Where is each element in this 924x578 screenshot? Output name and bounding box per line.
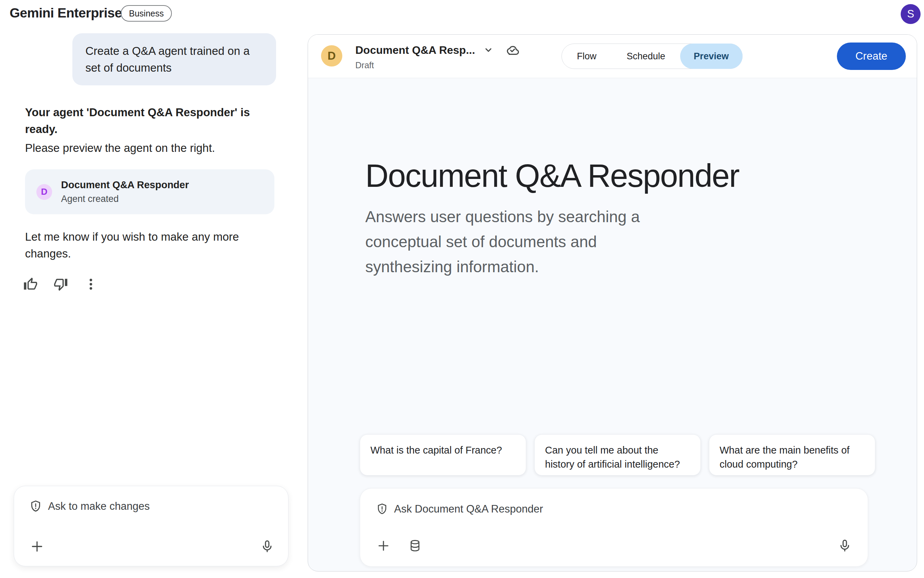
- suggestion-card-3[interactable]: What are the main benefits of cloud comp…: [709, 434, 875, 476]
- tab-flow[interactable]: Flow: [562, 44, 612, 68]
- agent-preview-title: Document Q&A Responder: [365, 157, 739, 195]
- gemini-enterprise-screen: Gemini Enterprise Business S Create a Q&…: [0, 0, 924, 578]
- chat-input-actions: [29, 539, 274, 554]
- agent-avatar: D: [36, 184, 52, 200]
- add-attachment-icon[interactable]: [29, 539, 45, 554]
- user-avatar[interactable]: S: [901, 4, 921, 24]
- assistant-closing-message: Let me know if you wish to make any more…: [25, 228, 239, 262]
- assistant-message-body: Please preview the agent on the right.: [25, 140, 275, 156]
- suggestion-cards: What is the capital of France? Can you t…: [360, 434, 875, 476]
- agent-input-placeholder-row: Ask Document Q&A Responder: [376, 503, 852, 515]
- shield-icon: [376, 503, 388, 515]
- view-tabs: Flow Schedule Preview: [561, 44, 743, 69]
- suggestion-card-2[interactable]: Can you tell me about the history of art…: [534, 434, 701, 476]
- chat-input-placeholder-row: Ask to make changes: [29, 500, 273, 513]
- shield-icon: [29, 500, 42, 513]
- thumb-up-icon[interactable]: [23, 277, 38, 291]
- suggestion-card-1[interactable]: What is the capital of France?: [360, 434, 526, 476]
- create-button[interactable]: Create: [837, 42, 906, 70]
- chat-input-placeholder: Ask to make changes: [48, 500, 150, 513]
- agent-card-text: Document Q&A Responder Agent created: [61, 179, 189, 204]
- agent-input-placeholder: Ask Document Q&A Responder: [394, 503, 543, 515]
- app-title: Gemini Enterprise: [10, 5, 122, 21]
- assistant-message-headline: Your agent 'Document Q&A Responder' is r…: [25, 104, 275, 138]
- agent-status: Draft: [355, 60, 520, 70]
- add-attachment-icon[interactable]: [376, 538, 391, 553]
- user-message-bubble: Create a Q&A agent trained on a set of d…: [72, 33, 276, 85]
- chat-input-box[interactable]: Ask to make changes: [14, 486, 288, 567]
- microphone-icon[interactable]: [838, 539, 852, 553]
- agent-card-title: Document Q&A Responder: [61, 179, 189, 191]
- agent-card-status: Agent created: [61, 194, 189, 204]
- tab-preview[interactable]: Preview: [680, 44, 743, 69]
- cloud-saved-icon: [504, 42, 520, 58]
- agent-preview-header: D Document Q&A Resp... Draft Flow Schedu…: [308, 35, 917, 78]
- assistant-message: Your agent 'Document Q&A Responder' is r…: [25, 104, 275, 156]
- agent-header-avatar: D: [321, 45, 342, 67]
- agent-created-card[interactable]: D Document Q&A Responder Agent created: [25, 169, 274, 214]
- plan-badge: Business: [121, 5, 172, 21]
- microphone-icon[interactable]: [260, 539, 274, 554]
- feedback-toolbar: [23, 277, 98, 291]
- chevron-down-icon[interactable]: [483, 44, 494, 56]
- agent-input-actions: [376, 538, 852, 553]
- data-source-icon[interactable]: [408, 539, 422, 553]
- agent-preview-description: Answers user questions by searching a co…: [365, 204, 640, 279]
- more-options-icon[interactable]: [84, 277, 98, 291]
- agent-preview-panel: D Document Q&A Resp... Draft Flow Schedu…: [307, 34, 917, 572]
- agent-preview-body: Document Q&A Responder Answers user ques…: [308, 78, 917, 572]
- tab-schedule[interactable]: Schedule: [612, 44, 680, 68]
- thumb-down-icon[interactable]: [54, 277, 68, 291]
- agent-chat-input-box[interactable]: Ask Document Q&A Responder: [360, 488, 868, 567]
- agent-name: Document Q&A Resp...: [355, 44, 475, 57]
- agent-title-block: Document Q&A Resp... Draft: [355, 42, 520, 70]
